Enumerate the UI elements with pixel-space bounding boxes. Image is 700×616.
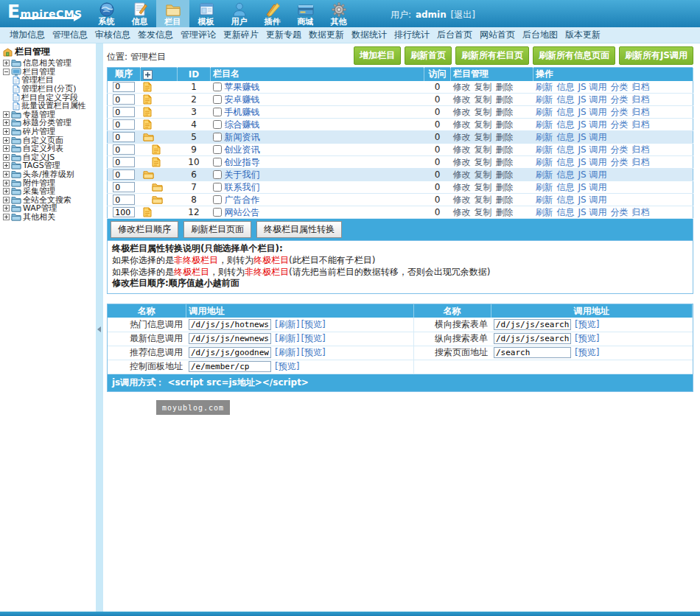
op-link[interactable]: 刷新	[536, 119, 553, 130]
modify-order-button[interactable]: 修改栏目顺序	[111, 221, 178, 238]
submenu-link[interactable]: 版本更新	[565, 29, 601, 41]
category-name-link[interactable]: 广告合作	[225, 195, 260, 205]
manage-link[interactable]: 修改	[453, 132, 471, 142]
manage-link[interactable]: 修改	[453, 182, 471, 192]
order-input[interactable]	[113, 195, 135, 205]
tree-item-link[interactable]: 其他相关	[23, 213, 55, 222]
refresh-all-categories-button[interactable]: 刷新所有栏目页	[455, 46, 529, 65]
op-link[interactable]: 信息	[557, 107, 575, 117]
expand-plus-icon[interactable]	[3, 188, 10, 195]
category-name-link[interactable]: 安卓赚钱	[225, 94, 260, 105]
submenu-link[interactable]: 数据统计	[351, 29, 387, 41]
manage-link[interactable]: 复制	[475, 94, 492, 105]
tree-item-link[interactable]: 采集管理	[23, 187, 55, 196]
op-link[interactable]: 信息	[557, 169, 575, 180]
submenu-link[interactable]: 更新专题	[266, 29, 301, 41]
manage-link[interactable]: 删除	[496, 132, 514, 142]
op-link[interactable]: 信息	[557, 207, 575, 217]
category-checkbox[interactable]	[213, 133, 222, 141]
op-link[interactable]: 分类	[610, 144, 628, 155]
manage-link[interactable]: 修改	[453, 157, 471, 167]
category-checkbox[interactable]	[213, 108, 222, 116]
op-link[interactable]: 分类	[610, 94, 628, 105]
nav-item-column[interactable]: 栏目	[156, 0, 189, 27]
expand-plus-icon[interactable]	[3, 119, 10, 126]
op-link[interactable]: 信息	[557, 182, 575, 192]
tree-item-link[interactable]: 碎片管理	[23, 127, 55, 136]
category-name-link[interactable]: 创业指导	[225, 157, 260, 167]
call-address-input[interactable]	[189, 347, 271, 358]
manage-link[interactable]: 删除	[496, 144, 514, 155]
op-link[interactable]: JS 调用	[578, 157, 607, 167]
op-link[interactable]: 刷新	[536, 169, 553, 180]
order-input[interactable]	[113, 207, 135, 217]
category-name-link[interactable]: 综合赚钱	[225, 119, 260, 130]
op-link[interactable]: 归档	[631, 157, 649, 167]
op-link[interactable]: 刷新	[536, 82, 553, 92]
category-checkbox[interactable]	[213, 158, 222, 167]
tree-item-link[interactable]: TAGS管理	[23, 161, 60, 170]
preview-link[interactable]: [预览]	[575, 319, 599, 329]
op-link[interactable]: 分类	[610, 207, 628, 217]
nav-item-user[interactable]: 用户	[223, 0, 256, 27]
order-input[interactable]	[113, 182, 135, 192]
expand-plus-icon[interactable]	[3, 154, 10, 161]
refresh-all-js-button[interactable]: 刷新所有JS调用	[619, 46, 693, 65]
op-link[interactable]: 归档	[631, 119, 649, 130]
tree-item-link[interactable]: 附件管理	[23, 178, 55, 187]
order-input[interactable]	[113, 119, 135, 130]
op-link[interactable]: 信息	[557, 195, 575, 205]
manage-link[interactable]: 复制	[475, 182, 492, 192]
refresh-home-button[interactable]: 刷新首页	[405, 46, 452, 65]
manage-link[interactable]: 修改	[453, 195, 471, 205]
preview-link[interactable]: [预览]	[575, 333, 599, 343]
op-link[interactable]: JS 调用	[578, 182, 607, 192]
op-link[interactable]: 信息	[557, 132, 575, 142]
op-link[interactable]: 分类	[610, 107, 628, 117]
expand-plus-icon[interactable]	[3, 128, 10, 135]
expand-plus-icon[interactable]	[3, 162, 10, 169]
expand-plus-icon[interactable]	[3, 145, 10, 152]
category-name-link[interactable]: 网站公告	[225, 207, 260, 217]
manage-link[interactable]: 删除	[496, 157, 514, 167]
tree-item-link[interactable]: WAP管理	[23, 204, 57, 213]
op-link[interactable]: 分类	[610, 157, 628, 167]
op-link[interactable]: JS 调用	[578, 144, 607, 155]
tree-item-link[interactable]: 批量设置栏目属性	[21, 102, 86, 111]
submenu-link[interactable]: 后台首页	[437, 29, 472, 41]
collapse-minus-icon[interactable]	[3, 69, 10, 75]
op-link[interactable]: 刷新	[536, 182, 553, 192]
op-link[interactable]: 分类	[610, 119, 628, 130]
nav-item-template[interactable]: 模板	[189, 0, 223, 27]
call-address-input[interactable]	[494, 319, 571, 330]
tree-item-link[interactable]: 标题分类管理	[23, 119, 71, 127]
submenu-link[interactable]: 管理评论	[181, 29, 216, 41]
category-name-link[interactable]: 联系我们	[225, 182, 260, 192]
nav-item-info[interactable]: 信息	[123, 0, 156, 27]
manage-link[interactable]: 删除	[496, 107, 514, 117]
tree-item-link[interactable]: 管理栏目(分页)	[21, 85, 77, 94]
op-link[interactable]: 信息	[557, 82, 575, 92]
manage-link[interactable]: 复制	[475, 82, 492, 92]
manage-link[interactable]: 修改	[453, 82, 471, 92]
tree-item-link[interactable]: 栏目自定义字段	[21, 93, 78, 102]
call-address-input[interactable]	[494, 347, 571, 358]
logout-link[interactable]: [退出]	[451, 10, 475, 20]
expand-plus-icon[interactable]	[3, 171, 10, 178]
manage-link[interactable]: 删除	[496, 182, 514, 192]
order-input[interactable]	[113, 132, 135, 142]
call-address-input[interactable]	[494, 333, 571, 344]
manage-link[interactable]: 修改	[453, 144, 471, 155]
manage-link[interactable]: 复制	[475, 169, 492, 180]
convert-terminal-attr-button[interactable]: 终极栏目属性转换	[256, 221, 342, 238]
category-name-link[interactable]: 新闻资讯	[225, 132, 260, 142]
op-link[interactable]: 刷新	[536, 132, 553, 142]
op-link[interactable]: 归档	[631, 144, 649, 155]
refresh-link[interactable]: [刷新]	[275, 347, 299, 357]
refresh-link[interactable]: [刷新]	[275, 333, 299, 343]
expand-plus-icon[interactable]	[3, 137, 10, 144]
preview-link[interactable]: [预览]	[301, 347, 325, 357]
refresh-link[interactable]: [刷新]	[275, 319, 299, 329]
order-input[interactable]	[113, 82, 135, 92]
op-link[interactable]: JS 调用	[578, 107, 607, 117]
